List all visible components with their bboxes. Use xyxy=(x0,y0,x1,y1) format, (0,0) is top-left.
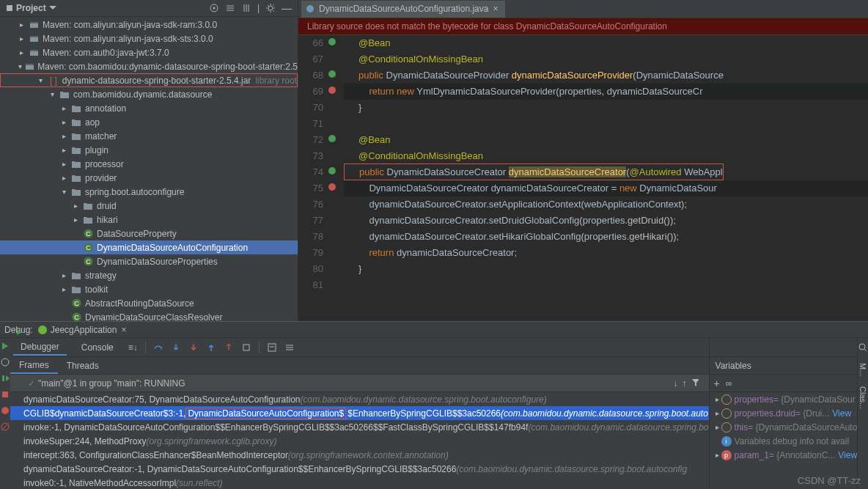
right-sidebar: M... Clas... xyxy=(857,338,868,489)
svg-text:C: C xyxy=(86,230,91,238)
svg-point-27 xyxy=(328,38,336,45)
tree-item[interactable]: ▾spring.boot.autoconfigure xyxy=(0,185,298,199)
search-icon[interactable] xyxy=(858,342,868,353)
svg-point-43 xyxy=(859,344,865,350)
svg-rect-36 xyxy=(2,391,8,397)
side-m[interactable]: M... xyxy=(858,363,867,376)
stack-frame[interactable]: invokeSuper:244, MethodProxy (org.spring… xyxy=(10,434,709,448)
stack-frame[interactable]: dynamicDataSourceCreator:75, DynamicData… xyxy=(10,392,709,406)
tree-item[interactable]: ▾[ ]dynamic-datasource-spring-boot-start… xyxy=(0,73,298,87)
variable-row[interactable]: iVariables debug info not avail xyxy=(710,434,858,448)
warning-banner: Library source does not match the byteco… xyxy=(298,18,868,35)
tree-item[interactable]: ▸Maven: com.aliyun:aliyun-java-sdk-sts:3… xyxy=(0,32,298,45)
expand-icon[interactable] xyxy=(241,3,251,13)
editor-panel: DynamicDataSourceAutoConfiguration.java … xyxy=(298,0,868,321)
variable-row[interactable]: ▸properties.druid = {Drui...View xyxy=(710,406,858,420)
tree-item[interactable]: ▸provider xyxy=(0,171,298,185)
stack-frame[interactable]: intercept:363, ConfigurationClassEnhance… xyxy=(10,448,709,462)
stack-frame[interactable]: invoke0:-1, NativeMethodAccessorImpl (su… xyxy=(10,476,709,489)
side-cls[interactable]: Clas... xyxy=(858,386,867,409)
rerun-icon[interactable] xyxy=(0,341,10,351)
gear-icon[interactable] xyxy=(265,3,276,13)
tree-item[interactable]: ▸aop xyxy=(0,115,298,129)
settings-icon[interactable] xyxy=(0,357,10,367)
stop-icon[interactable] xyxy=(0,389,10,400)
tree-item[interactable]: ▸Maven: com.auth0:java-jwt:3.7.0 xyxy=(0,45,298,59)
resume-icon[interactable] xyxy=(0,373,10,383)
svg-rect-7 xyxy=(30,36,38,37)
project-title[interactable]: Project xyxy=(16,3,46,13)
up-icon[interactable]: ↑ xyxy=(683,378,687,389)
tree-item[interactable]: ▸Maven: com.aliyun:aliyun-java-sdk-ram:3… xyxy=(0,18,298,32)
chevron-down-icon[interactable] xyxy=(49,6,56,10)
tab-threads[interactable]: Threads xyxy=(58,359,108,373)
svg-rect-0 xyxy=(7,5,12,11)
svg-point-3 xyxy=(268,6,273,10)
add-watch-icon[interactable]: + xyxy=(714,378,720,389)
variable-row[interactable]: ▸this = {DynamicDataSourceAuto xyxy=(710,420,858,434)
svg-point-32 xyxy=(328,183,336,191)
svg-point-31 xyxy=(328,167,336,174)
step-into-icon[interactable] xyxy=(171,342,181,353)
project-icon xyxy=(6,4,13,12)
variable-row[interactable]: ▸properties = {DynamicDataSour xyxy=(710,392,858,406)
svg-rect-11 xyxy=(26,64,34,65)
output-icon[interactable]: ≡↓ xyxy=(128,342,138,353)
stack-frames[interactable]: dynamicDataSourceCreator:75, DynamicData… xyxy=(10,392,709,489)
calculator-icon[interactable] xyxy=(267,342,277,353)
tree-item[interactable]: ▸processor xyxy=(0,157,298,171)
tree-item[interactable]: CAbstractRoutingDataSource xyxy=(0,296,298,310)
tree-item[interactable]: CDynamicDataSourceProperties xyxy=(0,254,298,268)
svg-rect-41 xyxy=(268,344,276,351)
variable-row[interactable]: ▸pparam_1 = {AnnotationC...View xyxy=(710,448,858,462)
tree-item[interactable]: ▾Maven: com.baomidou:dynamic-datasource-… xyxy=(0,59,298,73)
target-icon[interactable] xyxy=(209,3,219,13)
drop-frame-icon[interactable] xyxy=(224,342,234,353)
close-icon[interactable]: × xyxy=(121,325,126,335)
collapse-icon[interactable] xyxy=(225,3,235,13)
svg-point-37 xyxy=(1,407,9,414)
tree-item[interactable]: ▸strategy xyxy=(0,268,298,282)
tab-console[interactable]: Console xyxy=(74,340,121,355)
tab-file[interactable]: DynamicDataSourceAutoConfiguration.java … xyxy=(301,1,505,18)
tree-item[interactable]: ▸druid xyxy=(0,199,298,213)
svg-rect-40 xyxy=(243,345,249,350)
debug-panel: Debug: JeecgApplication × Debugger Conso… xyxy=(0,321,868,489)
stack-frame[interactable]: dynamicDataSourceCreator:-1, DynamicData… xyxy=(10,462,709,476)
svg-point-30 xyxy=(328,135,336,142)
tree-item[interactable]: CDataSourceProperty xyxy=(0,227,298,240)
mute-bp-icon[interactable] xyxy=(0,422,10,432)
svg-text:C: C xyxy=(74,314,79,321)
step-out-icon[interactable] xyxy=(206,342,216,353)
tab-label: DynamicDataSourceAutoConfiguration.java xyxy=(319,4,488,14)
tree-item[interactable]: CDynamicDataSourceClassResolver xyxy=(0,310,298,321)
svg-text:C: C xyxy=(74,300,79,307)
close-icon[interactable]: × xyxy=(493,4,498,14)
stack-frame[interactable]: CGLIB$dynamicDataSourceCreator$3:-1,Dyna… xyxy=(10,406,709,420)
tree-item[interactable]: ▸toolkit xyxy=(0,282,298,296)
tree-item[interactable]: ▸hikari xyxy=(0,213,298,227)
tree-item[interactable]: ▸plugin xyxy=(0,143,298,157)
breakpoints-icon[interactable] xyxy=(0,405,10,416)
tree-item[interactable]: ▸annotation xyxy=(0,101,298,115)
thread-selector[interactable]: ✓ "main"@1 in group "main": RUNNING ↓ ↑ xyxy=(10,375,709,392)
tree-item[interactable]: ▾com.baomidou.dynamic.datasource xyxy=(0,87,298,101)
svg-point-28 xyxy=(328,70,336,78)
filter-icon[interactable] xyxy=(691,378,699,387)
force-step-into-icon[interactable] xyxy=(188,342,199,353)
tree-item[interactable]: CDynamicDataSourceAutoConfiguration xyxy=(0,240,298,254)
code-editor[interactable]: 66676869707172737475767778798081 @Bean@C… xyxy=(298,35,868,321)
trace-icon[interactable] xyxy=(284,342,295,353)
run-to-cursor-icon[interactable] xyxy=(241,342,251,353)
hide-icon[interactable]: — xyxy=(282,2,292,14)
stack-frame[interactable]: invoke:-1, DynamicDataSourceAutoConfigur… xyxy=(10,420,709,434)
svg-line-44 xyxy=(864,349,867,351)
project-tree[interactable]: ▸Maven: com.aliyun:aliyun-java-sdk-ram:3… xyxy=(0,17,298,321)
svg-rect-9 xyxy=(30,50,38,51)
tree-item[interactable]: ▸matcher xyxy=(0,129,298,143)
glasses-icon[interactable]: ∞ xyxy=(726,378,732,389)
variables-panel: Variables + ∞ ▸properties = {DynamicData… xyxy=(709,338,858,489)
svg-point-33 xyxy=(38,326,47,334)
down-icon[interactable]: ↓ xyxy=(674,378,678,389)
step-over-icon[interactable] xyxy=(153,342,163,353)
